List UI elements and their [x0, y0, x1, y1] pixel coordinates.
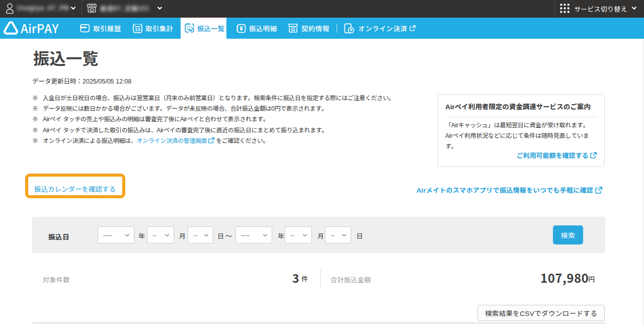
svg-text:10: 10	[135, 27, 140, 32]
